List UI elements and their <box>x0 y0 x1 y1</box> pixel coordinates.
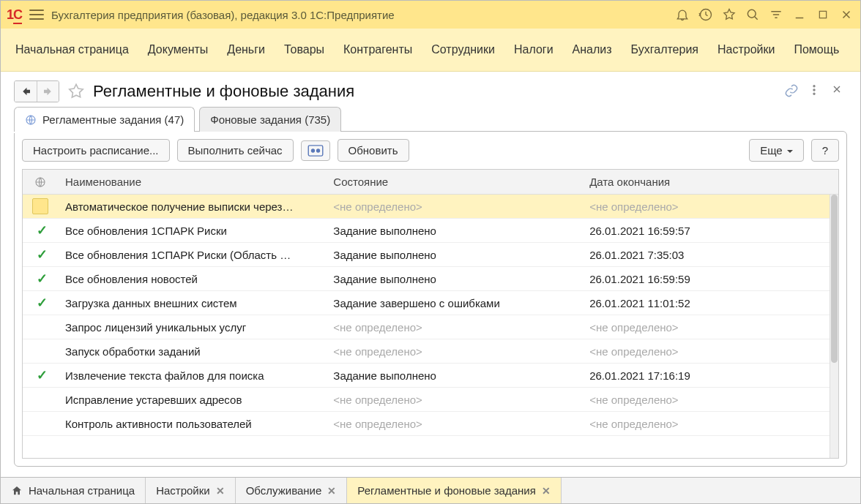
col-status-icon[interactable] <box>23 170 58 194</box>
table: Наименование Состояние Дата окончания Ав… <box>22 169 839 459</box>
menu-item-taxes[interactable]: Налоги <box>514 43 554 56</box>
tab-scheduled[interactable]: Регламентные задания (47) <box>14 107 195 132</box>
close-tab-icon[interactable]: ✕ <box>542 485 551 497</box>
row-state: Задание выполнено <box>326 364 582 388</box>
svg-point-8 <box>316 148 319 152</box>
menu-item-settings[interactable]: Настройки <box>718 43 775 56</box>
row-state: Задание выполнено <box>326 267 582 291</box>
close-page-icon[interactable] <box>831 83 847 99</box>
nav-forward-button[interactable] <box>37 81 59 102</box>
more-button[interactable]: Еще <box>749 139 804 162</box>
bottom-tab-label: Настройки <box>156 484 210 497</box>
bottom-tab-label: Обслуживание <box>246 484 322 497</box>
col-end-date[interactable]: Дата окончания <box>582 170 838 194</box>
menu-item-home[interactable]: Начальная страница <box>15 43 129 56</box>
row-status-icon: ✓ <box>23 363 58 388</box>
content-area: Регламентные задания (47) Фоновые задани… <box>1 107 860 477</box>
row-name: Запрос лицензий уникальных услуг <box>58 315 326 339</box>
row-status-icon <box>23 345 58 357</box>
minimize-icon[interactable] <box>791 7 808 23</box>
menu-item-help[interactable]: Помощь <box>794 43 839 56</box>
menu-item-employees[interactable]: Сотрудники <box>431 43 495 56</box>
row-name: Все обновления 1СПАРК Риски (Область … <box>58 243 326 267</box>
row-name: Исправление устаревших адресов <box>58 388 326 412</box>
row-status-icon <box>23 394 58 405</box>
scrollbar[interactable] <box>830 195 838 458</box>
bottom-tab[interactable]: Обслуживание✕ <box>236 478 348 503</box>
schedule-button[interactable]: Настроить расписание... <box>22 139 170 162</box>
row-state: Задание выполнено <box>326 243 582 267</box>
history-icon[interactable] <box>698 7 714 23</box>
menu-item-counterparties[interactable]: Контрагенты <box>343 43 412 56</box>
row-status-icon: ✓ <box>23 242 58 267</box>
row-state: <не определено> <box>326 412 582 436</box>
close-tab-icon[interactable]: ✕ <box>327 485 336 497</box>
bottom-tab-label: Начальная страница <box>29 484 135 497</box>
link-icon[interactable] <box>784 83 800 99</box>
tab-background[interactable]: Фоновые задания (735) <box>199 107 341 132</box>
col-name[interactable]: Наименование <box>58 170 326 194</box>
refresh-button[interactable]: Обновить <box>338 139 409 162</box>
bottom-tab[interactable]: Начальная страница <box>1 478 146 503</box>
tab-scheduled-label: Регламентные задания (47) <box>42 113 184 126</box>
row-end-date: 26.01.2021 11:01:52 <box>582 291 838 315</box>
row-end-date: <не определено> <box>582 315 838 339</box>
menu-hamburger-icon[interactable] <box>29 10 44 20</box>
table-row[interactable]: ✓Все обновления новостейЗадание выполнен… <box>23 267 838 291</box>
row-status-icon <box>23 195 58 220</box>
table-row[interactable]: Исправление устаревших адресов<не опреде… <box>23 388 838 412</box>
kebab-icon[interactable] <box>808 83 824 99</box>
row-state: <не определено> <box>326 339 582 364</box>
row-state: Задание завершено с ошибками <box>326 291 582 315</box>
row-name: Контроль активности пользователей <box>58 412 326 436</box>
help-button[interactable]: ? <box>811 139 839 162</box>
svg-point-7 <box>310 148 314 152</box>
menu-item-money[interactable]: Деньги <box>227 43 265 56</box>
row-end-date: 26.01.2021 17:16:19 <box>582 364 838 388</box>
page-title: Регламентные и фоновые задания <box>93 82 354 101</box>
menu-item-documents[interactable]: Документы <box>148 43 208 56</box>
row-name: Извлечение текста файлов для поиска <box>58 364 326 388</box>
row-name: Загрузка данных внешних систем <box>58 291 326 315</box>
scrollbar-thumb[interactable] <box>831 195 838 363</box>
svg-rect-6 <box>308 145 323 155</box>
menu-item-accounting[interactable]: Бухгалтерия <box>631 43 698 56</box>
bottom-tab[interactable]: Регламентные и фоновые задания✕ <box>347 478 562 503</box>
table-row[interactable]: Запуск обработки заданий<не определено><… <box>23 339 838 364</box>
bottom-tab-label: Регламентные и фоновые задания <box>357 484 536 497</box>
row-end-date: 26.01.2021 7:35:03 <box>582 243 838 267</box>
favorite-star-icon[interactable] <box>67 82 86 101</box>
panel: Настроить расписание... Выполнить сейчас… <box>14 131 847 467</box>
table-body: Автоматическое получение выписки через…<… <box>23 195 838 458</box>
svg-point-0 <box>748 10 756 18</box>
menu-item-analysis[interactable]: Анализ <box>573 43 612 56</box>
row-end-date: <не определено> <box>582 388 838 412</box>
svg-rect-1 <box>819 11 826 18</box>
menu-item-goods[interactable]: Товары <box>284 43 324 56</box>
table-row[interactable]: ✓Извлечение текста файлов для поискаЗада… <box>23 364 838 388</box>
row-name: Автоматическое получение выписки через… <box>58 195 326 219</box>
run-now-button[interactable]: Выполнить сейчас <box>177 139 294 162</box>
row-status-icon: ✓ <box>23 266 58 291</box>
table-row[interactable]: Автоматическое получение выписки через…<… <box>23 195 838 219</box>
table-row[interactable]: ✓Все обновления 1СПАРК Риски (Область …З… <box>23 243 838 267</box>
table-row[interactable]: ✓Все обновления 1СПАРК РискиЗадание выпо… <box>23 219 838 243</box>
bottom-tab[interactable]: Настройки✕ <box>146 478 236 503</box>
close-tab-icon[interactable]: ✕ <box>216 485 225 497</box>
bell-icon[interactable] <box>674 7 690 23</box>
nav-back-button[interactable] <box>15 81 37 102</box>
row-name: Запуск обработки заданий <box>58 339 326 364</box>
row-status-icon <box>23 418 58 429</box>
row-end-date: <не определено> <box>582 195 838 219</box>
main-menu: Начальная страница Документы Деньги Това… <box>1 29 860 72</box>
search-icon[interactable] <box>745 7 761 23</box>
maximize-icon[interactable] <box>815 7 831 23</box>
table-row[interactable]: Запрос лицензий уникальных услуг<не опре… <box>23 315 838 339</box>
toggle-view-button[interactable] <box>301 140 330 161</box>
star-icon[interactable] <box>721 7 737 23</box>
table-row[interactable]: ✓Загрузка данных внешних системЗадание з… <box>23 291 838 315</box>
close-window-icon[interactable] <box>838 7 854 23</box>
col-state[interactable]: Состояние <box>326 170 582 194</box>
filter-icon[interactable] <box>768 7 784 23</box>
table-row[interactable]: Контроль активности пользователей<не опр… <box>23 412 838 436</box>
